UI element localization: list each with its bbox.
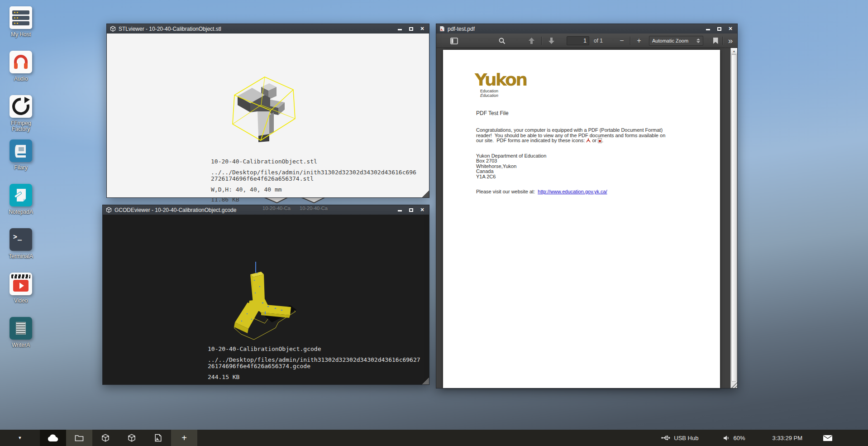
pdf-page: Yukon Education Éducation PDF Test File …	[443, 50, 720, 388]
close-button[interactable]: ✕	[727, 26, 734, 32]
scroll-up-button[interactable]: ▲	[731, 48, 737, 54]
maximize-button[interactable]	[407, 26, 415, 32]
website-label: Please visit our website at:	[476, 189, 538, 194]
resize-grip[interactable]	[422, 190, 429, 197]
page-number-input[interactable]	[567, 36, 589, 45]
desktop-file-label: 10-20-40-Ca	[262, 206, 291, 211]
desktop-icon-label: My Host	[11, 32, 31, 38]
desktop-icon-audio[interactable]: Audio	[3, 51, 39, 95]
gcode-filename: 10-20-40-CalibrationObject.gcode	[208, 346, 420, 352]
toolbar-overflow-button[interactable]: »	[724, 34, 737, 48]
doc-address-block: Yukon Department of Education Box 2703 W…	[476, 153, 546, 179]
zoom-out-button[interactable]: −	[616, 34, 627, 48]
sidebar-toggle-button[interactable]	[447, 34, 461, 48]
arrow-down-icon	[548, 37, 555, 44]
usb-status[interactable]: USB Hub	[661, 435, 698, 441]
gcode-path-line1: ../../Desktop/files/admin/inith31302d323…	[208, 357, 420, 363]
desktop-icon-writera[interactable]: WriterA	[3, 317, 39, 361]
doc-heading: PDF Test File	[476, 110, 509, 116]
yukon-logo: Yukon Education Éducation	[475, 72, 526, 98]
taskbar-chevron-button[interactable]: ▼	[0, 430, 40, 446]
clock: 3:33:29 PM	[773, 435, 803, 441]
pdf-scrollbar[interactable]: ▲	[730, 48, 737, 388]
paragraph-line: Congratulations, your computer is equipp…	[476, 128, 665, 133]
stl-file-info: 10-20-40-CalibrationObject.stl ../../Des…	[211, 158, 416, 203]
stl-path-line1: ../../Desktop/files/admin/inith31302d323…	[211, 169, 416, 176]
server-icon	[10, 6, 32, 29]
zoom-in-button[interactable]: +	[634, 34, 644, 48]
volume-label: 60%	[733, 435, 745, 441]
stlviewer-window: STLviewer - 10-20-40-CalibrationObject.s…	[106, 24, 429, 198]
close-button[interactable]: ✕	[419, 26, 426, 32]
paragraph-line: our site. PDF forms are indicated by the…	[476, 138, 665, 144]
cube-icon	[128, 434, 136, 442]
minimize-button[interactable]	[396, 207, 403, 213]
speaker-icon	[723, 435, 730, 441]
minimize-button[interactable]	[704, 26, 711, 32]
stl-3d-model	[218, 61, 317, 149]
desktop-icon-notepada[interactable]: NotepadA	[3, 184, 39, 228]
pdf-viewer-area[interactable]: Yukon Education Éducation PDF Test File …	[436, 48, 737, 388]
stl-canvas[interactable]: 10-20-40-CalibrationObject.stl ../../Des…	[107, 34, 429, 197]
doc-website-line: Please visit our website at: http://www.…	[476, 189, 607, 195]
bookmark-button[interactable]	[710, 34, 721, 48]
desktop-icon-label: FFmpeg Factory	[3, 120, 39, 132]
page-count-label: of 1	[594, 34, 603, 48]
desktop-icon-label: Video	[14, 298, 28, 304]
book-icon	[10, 139, 32, 162]
folder-icon	[75, 434, 84, 441]
usb-label: USB Hub	[674, 435, 698, 441]
desktop-icon-video[interactable]: Video	[3, 273, 39, 317]
stlviewer-titlebar[interactable]: STLviewer - 10-20-40-CalibrationObject.s…	[107, 24, 429, 34]
resize-grip[interactable]	[422, 377, 429, 384]
taskbar-pdf-button[interactable]	[145, 430, 171, 446]
cloud-icon	[47, 434, 59, 442]
scrollbar-thumb[interactable]	[731, 54, 737, 382]
cube-icon	[101, 434, 110, 442]
maximize-button[interactable]	[407, 207, 415, 213]
minimize-button[interactable]	[396, 26, 403, 32]
cube-icon	[110, 26, 116, 32]
taskbar-files-button[interactable]	[66, 430, 92, 446]
zoom-select[interactable]: Automatic Zoom	[649, 36, 703, 46]
sidebar-icon	[450, 38, 458, 44]
gcode-3d-preview	[221, 259, 321, 343]
pdf-file-icon	[439, 26, 445, 32]
pdf-form-icon	[598, 138, 602, 143]
mail-icon[interactable]	[823, 435, 833, 441]
gcode-canvas[interactable]: 10-20-40-CalibrationObject.gcode ../../D…	[103, 215, 429, 384]
desktop-icon-label: Audio	[14, 76, 28, 82]
video-player-icon	[10, 273, 32, 295]
maximize-button[interactable]	[715, 26, 723, 32]
close-button[interactable]: ✕	[419, 207, 426, 213]
stl-filename: 10-20-40-CalibrationObject.stl	[211, 158, 416, 165]
next-page-button[interactable]	[545, 34, 558, 48]
pdf-viewer-window: pdf-test.pdf ✕	[436, 24, 738, 388]
volume-status[interactable]: 60%	[723, 435, 745, 441]
doc-paragraph: Congratulations, your computer is equipp…	[476, 128, 665, 144]
search-button[interactable]	[495, 34, 509, 48]
select-arrows-icon	[696, 38, 700, 43]
document-icon	[10, 317, 32, 340]
desktop-icon-label: Filary	[14, 165, 27, 171]
paragraph-line-text: or	[591, 138, 598, 143]
desktop-icon-filary[interactable]: Filary	[3, 139, 39, 184]
circular-arrows-icon	[10, 95, 32, 118]
desktop-icon-terminala[interactable]: >_ TerminalA	[3, 228, 39, 273]
desktop: { "glyphs": { "close": "✕", "chevron_dow…	[0, 0, 868, 446]
taskbar-cloud-button[interactable]	[40, 430, 66, 446]
pdf-titlebar[interactable]: pdf-test.pdf ✕	[436, 24, 737, 34]
desktop-icon-ffmpeg-factory[interactable]: FFmpeg Factory	[3, 95, 39, 139]
taskbar-stlviewer-button[interactable]	[92, 430, 119, 446]
desktop-icon-label: NotepadA	[9, 209, 33, 215]
website-link[interactable]: http://www.education.gov.yk.ca/	[538, 189, 607, 194]
bookmark-icon	[713, 38, 718, 44]
paragraph-line-text: our site. PDF forms are indicated by the…	[476, 138, 586, 143]
pdf-file-icon	[155, 434, 162, 442]
previous-page-button[interactable]	[525, 34, 538, 48]
desktop-icon-label: WriterA	[12, 342, 30, 348]
taskbar-gcodeviewer-button[interactable]	[119, 430, 145, 446]
arrow-up-icon	[528, 37, 535, 44]
desktop-icon-my-host[interactable]: My Host	[3, 6, 39, 51]
taskbar-new-tab-button[interactable]: +	[171, 430, 197, 446]
